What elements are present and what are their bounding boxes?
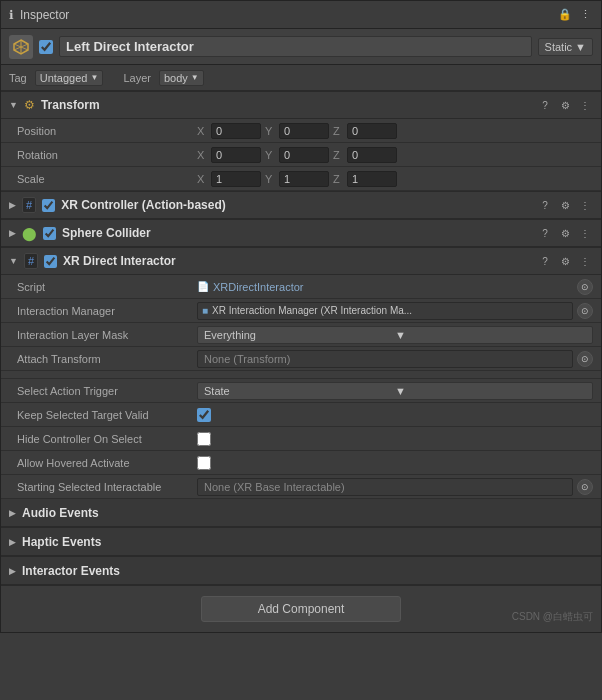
interaction-manager-row: Interaction Manager ■ XR Interaction Man… — [1, 299, 601, 323]
haptic-events-chevron: ▶ — [9, 537, 16, 547]
interaction-layer-mask-label: Interaction Layer Mask — [17, 329, 197, 341]
position-label: Position — [17, 125, 197, 137]
script-field-label: Script — [17, 281, 197, 293]
scale-x-input[interactable] — [211, 171, 261, 187]
position-y-input[interactable] — [279, 123, 329, 139]
interactor-events-header[interactable]: ▶ Interactor Events — [1, 557, 601, 585]
sphere-collider-header[interactable]: ▶ ⬤ Sphere Collider ? ⚙ ⋮ — [1, 219, 601, 247]
sphere-collider-menu-icon[interactable]: ⋮ — [577, 225, 593, 241]
allow-hovered-activate-checkbox[interactable] — [197, 456, 211, 470]
rotation-value: X Y Z — [197, 147, 593, 163]
keep-selected-target-valid-checkbox[interactable] — [197, 408, 211, 422]
inspector-window: ℹ Inspector 🔒 ⋮ Left Direct Interactor S… — [0, 0, 602, 633]
xr-direct-interactor-help-icon[interactable]: ? — [537, 253, 553, 269]
starting-selected-interactable-none-field[interactable]: None (XR Base Interactable) — [197, 478, 573, 496]
sphere-collider-actions: ? ⚙ ⋮ — [537, 225, 593, 241]
rotation-y-field: Y — [265, 147, 329, 163]
hide-controller-on-select-checkbox[interactable] — [197, 432, 211, 446]
transform-title: Transform — [41, 98, 531, 112]
attach-transform-label: Attach Transform — [17, 353, 197, 365]
rotation-z-field: Z — [333, 147, 397, 163]
xr-controller-active-checkbox[interactable] — [42, 199, 55, 212]
xr-controller-help-icon[interactable]: ? — [537, 197, 553, 213]
transform-menu-icon[interactable]: ⋮ — [577, 97, 593, 113]
inspector-icon: ℹ — [9, 8, 14, 22]
position-row: Position X Y Z — [1, 119, 601, 143]
rotation-x-field: X — [197, 147, 261, 163]
haptic-events-label: Haptic Events — [22, 535, 593, 549]
starting-selected-interactable-circle-btn[interactable]: ⊙ — [577, 479, 593, 495]
script-circle-btn[interactable]: ⊙ — [577, 279, 593, 295]
title-bar: ℹ Inspector 🔒 ⋮ — [1, 1, 601, 29]
interaction-manager-ref-field[interactable]: ■ XR Interaction Manager (XR Interaction… — [197, 302, 573, 320]
transform-section-header[interactable]: ▼ ⚙ Transform ? ⚙ ⋮ — [1, 91, 601, 119]
rz-label: Z — [333, 149, 345, 161]
xr-direct-interactor-menu-icon[interactable]: ⋮ — [577, 253, 593, 269]
select-action-trigger-arrow: ▼ — [395, 385, 586, 397]
allow-hovered-activate-value — [197, 456, 593, 470]
interactor-events-label: Interactor Events — [22, 564, 593, 578]
transform-section-actions: ? ⚙ ⋮ — [537, 97, 593, 113]
attach-transform-none-field[interactable]: None (Transform) — [197, 350, 573, 368]
sy-label: Y — [265, 173, 277, 185]
keep-selected-target-valid-value — [197, 408, 593, 422]
allow-hovered-activate-row: Allow Hovered Activate — [1, 451, 601, 475]
object-active-checkbox[interactable] — [39, 40, 53, 54]
xr-direct-interactor-active-checkbox[interactable] — [44, 255, 57, 268]
interactor-events-section: ▶ Interactor Events — [1, 557, 601, 586]
transform-section: ▼ ⚙ Transform ? ⚙ ⋮ Position X Y — [1, 91, 601, 191]
interaction-manager-circle-btn[interactable]: ⊙ — [577, 303, 593, 319]
title-bar-label: Inspector — [20, 8, 551, 22]
sphere-collider-active-checkbox[interactable] — [43, 227, 56, 240]
xr-direct-interactor-icon: # — [24, 253, 38, 269]
xr-controller-actions: ? ⚙ ⋮ — [537, 197, 593, 213]
audio-events-header[interactable]: ▶ Audio Events — [1, 499, 601, 527]
layer-dropdown[interactable]: body ▼ — [159, 70, 204, 86]
interaction-layer-mask-dropdown[interactable]: Everything ▼ — [197, 326, 593, 344]
attach-transform-value: None (Transform) ⊙ — [197, 350, 593, 368]
static-badge[interactable]: Static ▼ — [538, 38, 593, 56]
script-value: 📄 XRDirectInteractor ⊙ — [197, 279, 593, 295]
sphere-collider-section: ▶ ⬤ Sphere Collider ? ⚙ ⋮ — [1, 219, 601, 247]
menu-icon[interactable]: ⋮ — [577, 7, 593, 23]
xr-controller-settings-icon[interactable]: ⚙ — [557, 197, 573, 213]
haptic-events-header[interactable]: ▶ Haptic Events — [1, 528, 601, 556]
object-3d-icon — [9, 35, 33, 59]
rotation-z-input[interactable] — [347, 147, 397, 163]
xr-direct-interactor-settings-icon[interactable]: ⚙ — [557, 253, 573, 269]
transform-help-icon[interactable]: ? — [537, 97, 553, 113]
rotation-y-input[interactable] — [279, 147, 329, 163]
add-component-button[interactable]: Add Component — [201, 596, 401, 622]
position-z-input[interactable] — [347, 123, 397, 139]
hide-controller-on-select-label: Hide Controller On Select — [17, 433, 197, 445]
title-bar-actions: 🔒 ⋮ — [557, 7, 593, 23]
lock-icon[interactable]: 🔒 — [557, 7, 573, 23]
tag-dropdown[interactable]: Untagged ▼ — [35, 70, 104, 86]
audio-events-chevron: ▶ — [9, 508, 16, 518]
layer-label: Layer — [123, 72, 151, 84]
rx-label: X — [197, 149, 209, 161]
xr-controller-icon: # — [22, 197, 36, 213]
xr-controller-menu-icon[interactable]: ⋮ — [577, 197, 593, 213]
sphere-collider-help-icon[interactable]: ? — [537, 225, 553, 241]
select-action-trigger-dropdown[interactable]: State ▼ — [197, 382, 593, 400]
select-action-trigger-label: Select Action Trigger — [17, 385, 197, 397]
scale-y-input[interactable] — [279, 171, 329, 187]
position-x-input[interactable] — [211, 123, 261, 139]
tag-label: Tag — [9, 72, 27, 84]
object-name-field[interactable]: Left Direct Interactor — [59, 36, 532, 57]
transform-settings-icon[interactable]: ⚙ — [557, 97, 573, 113]
interaction-manager-ref-name: XR Interaction Manager (XR Interaction M… — [212, 305, 568, 316]
sphere-collider-settings-icon[interactable]: ⚙ — [557, 225, 573, 241]
transform-chevron: ▼ — [9, 100, 18, 110]
position-z-field: Z — [333, 123, 397, 139]
interaction-layer-mask-value: Everything ▼ — [197, 326, 593, 344]
scale-z-input[interactable] — [347, 171, 397, 187]
attach-transform-row: Attach Transform None (Transform) ⊙ — [1, 347, 601, 371]
script-row: Script 📄 XRDirectInteractor ⊙ — [1, 275, 601, 299]
xr-controller-header[interactable]: ▶ # XR Controller (Action-based) ? ⚙ ⋮ — [1, 191, 601, 219]
xr-direct-interactor-header[interactable]: ▼ # XR Direct Interactor ? ⚙ ⋮ — [1, 247, 601, 275]
rotation-x-input[interactable] — [211, 147, 261, 163]
hide-controller-on-select-row: Hide Controller On Select — [1, 427, 601, 451]
attach-transform-circle-btn[interactable]: ⊙ — [577, 351, 593, 367]
